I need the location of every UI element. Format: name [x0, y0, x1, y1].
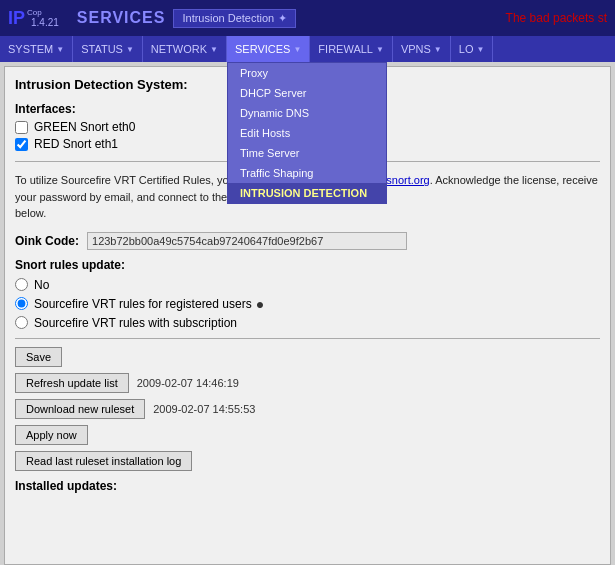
download-button[interactable]: Download new ruleset [15, 399, 145, 419]
menu-time-server[interactable]: Time Server [228, 143, 386, 163]
nav-vpns-arrow: ▼ [434, 45, 442, 54]
radio-no-row: No [15, 278, 600, 292]
nav-services-arrow: ▼ [293, 45, 301, 54]
read-log-button[interactable]: Read last ruleset installation log [15, 451, 192, 471]
badge-text: Intrusion Detection [182, 12, 274, 24]
radio-vrt-subscription[interactable] [15, 316, 28, 329]
nav-vpns[interactable]: VPNs ▼ [393, 36, 451, 62]
badge-icon: ✦ [278, 12, 287, 25]
nav-firewall[interactable]: Firewall ▼ [310, 36, 393, 62]
nav-firewall-arrow: ▼ [376, 45, 384, 54]
red-snort-label: RED Snort eth1 [34, 137, 118, 151]
logo-area: IP Cop 1.4.21 [0, 4, 67, 33]
snort-rules-label: Snort rules update: [15, 258, 600, 272]
nav-system[interactable]: System ▼ [0, 36, 73, 62]
menu-proxy[interactable]: Proxy [228, 63, 386, 83]
download-row: Download new ruleset 2009-02-07 14:55:53 [15, 399, 600, 419]
header-right-text: The bad packets st [506, 11, 615, 25]
nav-status[interactable]: Status ▼ [73, 36, 143, 62]
oink-row: Oink Code: [15, 232, 600, 250]
version: 1.4.21 [31, 17, 59, 28]
radio-vrt-registered[interactable] [15, 297, 28, 310]
save-row: Save [15, 347, 600, 367]
radio-vrt-label: Sourcefire VRT rules for registered user… [34, 297, 252, 311]
menu-dhcp[interactable]: DHCP Server [228, 83, 386, 103]
refresh-row: Refresh update list 2009-02-07 14:46:19 [15, 373, 600, 393]
divider-2 [15, 338, 600, 339]
nav-system-arrow: ▼ [56, 45, 64, 54]
services-dropdown: Proxy DHCP Server Dynamic DNS Edit Hosts… [227, 62, 387, 204]
logo: IP [8, 8, 25, 29]
refresh-timestamp: 2009-02-07 14:46:19 [137, 377, 239, 389]
oink-input[interactable] [87, 232, 407, 250]
nav-status-arrow: ▼ [126, 45, 134, 54]
header-badge: Intrusion Detection ✦ [173, 9, 296, 28]
installed-label: Installed updates: [15, 479, 600, 493]
nav-logs-arrow: ▼ [476, 45, 484, 54]
read-log-row: Read last ruleset installation log [15, 451, 600, 471]
desc-text-3: below. [15, 207, 46, 219]
radio-no-label: No [34, 278, 49, 292]
nav-services[interactable]: Services ▼ Proxy DHCP Server Dynamic DNS… [227, 36, 310, 62]
green-snort-checkbox[interactable] [15, 121, 28, 134]
page-title: Services [67, 9, 166, 27]
menu-dynamic-dns[interactable]: Dynamic DNS [228, 103, 386, 123]
apply-button[interactable]: Apply now [15, 425, 88, 445]
oink-label: Oink Code: [15, 234, 79, 248]
nav-logs[interactable]: Lo ▼ [451, 36, 494, 62]
radio-vrt-subscription-row: Sourcefire VRT rules with subscription [15, 316, 600, 330]
apply-row: Apply now [15, 425, 600, 445]
refresh-button[interactable]: Refresh update list [15, 373, 129, 393]
green-snort-label: GREEN Snort eth0 [34, 120, 135, 134]
radio-no[interactable] [15, 278, 28, 291]
logo-subtitle: Cop [27, 9, 59, 17]
nav-network-arrow: ▼ [210, 45, 218, 54]
nav-network[interactable]: Network ▼ [143, 36, 227, 62]
red-snort-checkbox[interactable] [15, 138, 28, 151]
navbar: System ▼ Status ▼ Network ▼ Services ▼ P… [0, 36, 615, 62]
menu-intrusion-detection[interactable]: Intrusion Detection [228, 183, 386, 203]
save-button[interactable]: Save [15, 347, 62, 367]
download-timestamp: 2009-02-07 14:55:53 [153, 403, 255, 415]
radio-sub-label: Sourcefire VRT rules with subscription [34, 316, 237, 330]
header: IP Cop 1.4.21 Services Intrusion Detecti… [0, 0, 615, 36]
radio-dot-icon: ● [256, 296, 264, 312]
menu-edit-hosts[interactable]: Edit Hosts [228, 123, 386, 143]
radio-vrt-registered-row: Sourcefire VRT rules for registered user… [15, 296, 600, 312]
menu-traffic-shaping[interactable]: Traffic Shaping [228, 163, 386, 183]
